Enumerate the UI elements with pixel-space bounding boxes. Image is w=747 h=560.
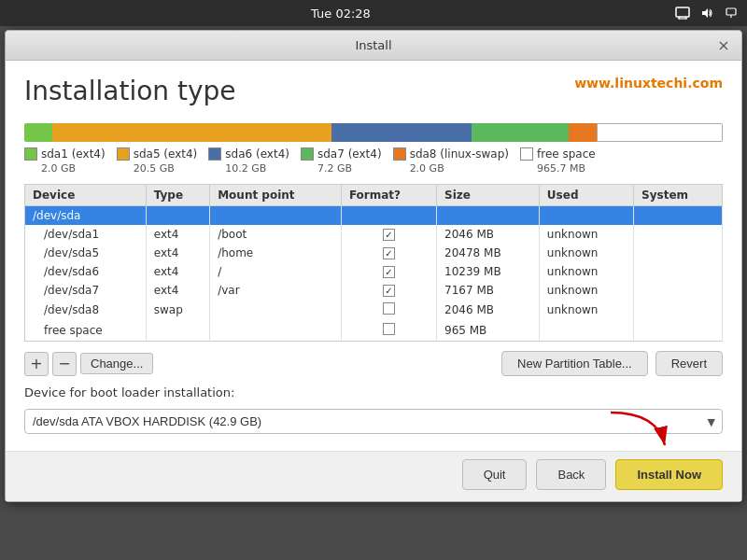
col-used: Used bbox=[539, 185, 633, 206]
legend-name-sda7: sda7 (ext4) bbox=[317, 147, 382, 161]
revert-button[interactable]: Revert bbox=[655, 351, 723, 376]
add-button[interactable]: + bbox=[24, 352, 49, 376]
bootloader-select-wrapper[interactable]: /dev/sda ATA VBOX HARDDISK (42.9 GB) bbox=[24, 409, 723, 434]
partition-seg-sda8 bbox=[569, 123, 597, 142]
table-header-row: Device Type Mount point Format? Size Use… bbox=[25, 185, 723, 206]
cell-format[interactable] bbox=[341, 320, 436, 342]
format-checkbox[interactable] bbox=[383, 302, 395, 315]
cell-size: 20478 MB bbox=[437, 244, 540, 262]
cell-used: unknown bbox=[539, 262, 633, 281]
legend-free: free space 965.7 MB bbox=[520, 147, 596, 175]
cell-device: /dev/sda5 bbox=[25, 244, 147, 262]
table-row[interactable]: /dev/sda7 ext4 /var 7167 MB unknown bbox=[25, 281, 723, 300]
cell-type bbox=[146, 206, 209, 226]
table-row[interactable]: /dev/sda5 ext4 /home 20478 MB unknown bbox=[25, 244, 723, 262]
col-format: Format? bbox=[341, 185, 436, 206]
footer-area: Quit Back Install Now bbox=[6, 451, 741, 501]
new-partition-table-button[interactable]: New Partition Table... bbox=[501, 351, 648, 376]
table-row[interactable]: /dev/sda8 swap 2046 MB unknown bbox=[25, 300, 723, 320]
cell-format[interactable] bbox=[341, 281, 436, 300]
network-icon bbox=[723, 5, 740, 21]
cell-system bbox=[634, 244, 723, 262]
legend-size-sda5: 20.5 GB bbox=[134, 162, 175, 175]
legend-sda5: sda5 (ext4) 20.5 GB bbox=[117, 147, 198, 175]
cell-size bbox=[437, 206, 540, 226]
cell-used bbox=[539, 206, 633, 226]
partition-bar bbox=[24, 123, 723, 142]
table-row[interactable]: free space 965 MB bbox=[25, 320, 723, 342]
legend-name-sda1: sda1 (ext4) bbox=[41, 147, 106, 161]
cell-device: /dev/sda7 bbox=[25, 281, 147, 300]
table-row[interactable]: /dev/sda6 ext4 / 10239 MB unknown bbox=[25, 262, 723, 281]
bottom-buttons: Quit Back Install Now bbox=[6, 451, 741, 501]
table-row[interactable]: /dev/sda bbox=[25, 206, 723, 226]
legend-name-sda8: sda8 (linux-swap) bbox=[410, 147, 509, 161]
bootloader-label: Device for boot loader installation: bbox=[24, 385, 234, 399]
remove-button[interactable]: − bbox=[52, 352, 77, 376]
format-checkbox[interactable] bbox=[383, 266, 395, 278]
cell-size: 7167 MB bbox=[437, 281, 540, 300]
close-button[interactable]: × bbox=[715, 37, 732, 54]
cell-format[interactable] bbox=[341, 244, 436, 262]
cell-device: /dev/sda6 bbox=[25, 262, 147, 281]
table-controls-right: New Partition Table... Revert bbox=[501, 351, 723, 376]
cell-type: ext4 bbox=[146, 262, 209, 281]
taskbar-right bbox=[674, 5, 740, 21]
cell-type: swap bbox=[146, 300, 209, 320]
format-checkbox[interactable] bbox=[383, 247, 395, 259]
cell-device: /dev/sda1 bbox=[25, 225, 147, 244]
cell-mount: /boot bbox=[210, 225, 342, 244]
cell-system bbox=[634, 320, 723, 342]
website-label: www.linuxtechi.com bbox=[574, 76, 723, 91]
cell-used: unknown bbox=[539, 244, 633, 262]
svg-marker-4 bbox=[702, 8, 708, 18]
legend-name-free: free space bbox=[537, 147, 596, 161]
bootloader-select[interactable]: /dev/sda ATA VBOX HARDDISK (42.9 GB) bbox=[24, 409, 723, 434]
cell-mount: /home bbox=[210, 244, 342, 262]
cell-type: ext4 bbox=[146, 281, 209, 300]
cell-mount bbox=[210, 320, 342, 342]
change-button[interactable]: Change... bbox=[80, 353, 153, 374]
legend-size-sda1: 2.0 GB bbox=[41, 162, 76, 175]
format-checkbox[interactable] bbox=[383, 323, 395, 335]
cell-format bbox=[341, 206, 436, 226]
cell-device: /dev/sda8 bbox=[25, 300, 147, 320]
partition-seg-sda7 bbox=[472, 123, 570, 142]
cell-format[interactable] bbox=[341, 300, 436, 320]
table-row[interactable]: /dev/sda1 ext4 /boot 2046 MB unknown bbox=[25, 225, 723, 244]
quit-button[interactable]: Quit bbox=[462, 459, 528, 490]
format-checkbox[interactable] bbox=[383, 229, 395, 241]
cell-format[interactable] bbox=[341, 225, 436, 244]
legend-color-sda7 bbox=[301, 147, 314, 161]
svg-rect-5 bbox=[726, 8, 736, 15]
col-device: Device bbox=[25, 185, 147, 206]
install-now-button[interactable]: Install Now bbox=[615, 459, 723, 490]
cell-format[interactable] bbox=[341, 262, 436, 281]
cell-size: 10239 MB bbox=[437, 262, 540, 281]
cell-type: ext4 bbox=[146, 225, 209, 244]
cell-used: unknown bbox=[539, 281, 633, 300]
cell-mount: / bbox=[210, 262, 342, 281]
legend-color-free bbox=[520, 147, 533, 161]
legend-color-sda8 bbox=[393, 147, 406, 161]
partition-seg-free bbox=[597, 123, 723, 142]
back-button[interactable]: Back bbox=[536, 459, 606, 490]
partition-bar-container: sda1 (ext4) 2.0 GB sda5 (ext4) 20.5 GB s… bbox=[24, 123, 723, 175]
cell-used: unknown bbox=[539, 225, 633, 244]
legend-color-sda1 bbox=[24, 147, 37, 161]
legend-sda7: sda7 (ext4) 7.2 GB bbox=[301, 147, 382, 175]
partition-seg-sda6 bbox=[331, 123, 472, 142]
bootloader-row: Device for boot loader installation: bbox=[24, 385, 723, 399]
partition-seg-sda5 bbox=[52, 123, 331, 142]
window-content: Installation type www.linuxtechi.com sda… bbox=[6, 61, 741, 451]
cell-type bbox=[146, 320, 209, 342]
cell-system bbox=[634, 206, 723, 226]
page-title: Installation type bbox=[24, 76, 236, 106]
cell-mount: /var bbox=[210, 281, 342, 300]
format-checkbox[interactable] bbox=[383, 285, 395, 297]
cell-system bbox=[634, 262, 723, 281]
col-mount: Mount point bbox=[210, 185, 342, 206]
legend-sda8: sda8 (linux-swap) 2.0 GB bbox=[393, 147, 509, 175]
speaker-icon bbox=[698, 5, 715, 21]
cell-device: free space bbox=[25, 320, 147, 342]
